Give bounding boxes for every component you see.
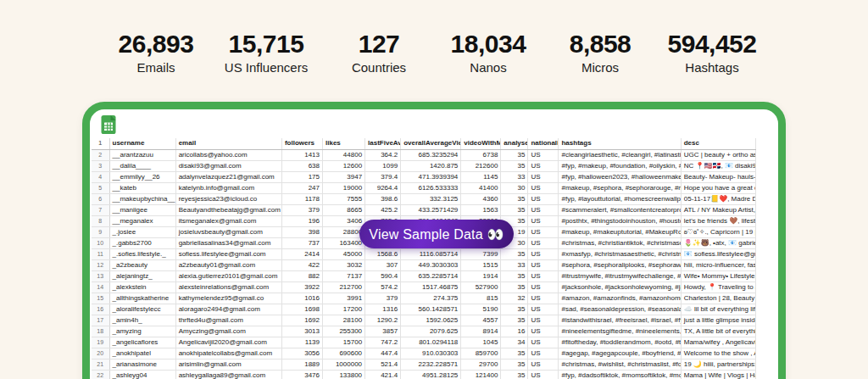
cell-desc[interactable]: Mama/wifey , Angelicavijil2020@ xyxy=(681,337,755,348)
cell-likes[interactable]: 133800 xyxy=(322,370,364,379)
row-number[interactable]: 11 xyxy=(92,248,109,259)
cell-lastfiveavera[interactable]: 1290.2 xyxy=(365,315,401,326)
cell-username[interactable]: __makeupbychina__ xyxy=(109,193,175,204)
cell-lastfiveavera[interactable]: 1099 xyxy=(365,160,401,171)
cell-desc[interactable]: just a little glimpse inside my brai xyxy=(681,315,755,326)
cell-followers[interactable]: 3476 xyxy=(281,370,322,379)
row-number[interactable]: 9 xyxy=(92,226,109,237)
cell-overallaverageview[interactable]: 560.1428571 xyxy=(401,304,461,315)
cell-followers[interactable]: 422 xyxy=(281,259,322,270)
cell-analyse[interactable]: 35 xyxy=(501,281,528,293)
cell-followers[interactable]: 1178 xyxy=(281,193,322,204)
cell-username[interactable]: _alexkstein xyxy=(109,281,175,293)
cell-desc[interactable]: hiii, micro-influencer, fashion • be xyxy=(681,259,755,270)
cell-likes[interactable]: 45000 xyxy=(322,248,364,259)
row-number[interactable]: 3 xyxy=(92,160,109,171)
cell-nationality[interactable]: US xyxy=(528,326,559,337)
cell-email[interactable]: anokhipatelcollabs@gmail.com xyxy=(175,348,281,359)
cell-analyse[interactable]: 35 xyxy=(501,348,528,359)
cell-desc[interactable]: Charleston | 28, Beauty | Lifestyle xyxy=(681,293,755,304)
cell-username[interactable]: _amyzing xyxy=(109,326,175,337)
cell-hashtags[interactable]: #fyp, #layouttutorial, #homescreenwallpa xyxy=(559,193,681,204)
cell-overallaverageview[interactable]: 635.2285714 xyxy=(401,270,461,281)
cell-overallaverageview[interactable]: 685.3235294 xyxy=(401,149,461,160)
cell-followers[interactable]: 3013 xyxy=(281,326,322,337)
cell-desc[interactable]: Wife• Mommy• Lifestyle, 📧 alexi xyxy=(681,270,755,281)
cell-followers[interactable]: 3056 xyxy=(281,348,322,359)
cell-desc[interactable]: Beauty- Makeup- hauls- 🍷 1:11⏰ xyxy=(681,171,755,182)
cell-likes[interactable]: 3406 xyxy=(322,215,364,226)
row-number[interactable]: 6 xyxy=(92,193,109,204)
cell-desc[interactable]: NC 📍🇺🇸🇩🇴, 📧 disaki93@gmail.c xyxy=(681,160,755,171)
cell-email[interactable]: katelynb.info@gmail.com xyxy=(175,182,281,193)
row-number[interactable]: 18 xyxy=(92,326,109,337)
cell-username[interactable]: _ashleyg04 xyxy=(109,370,175,379)
cell-hashtags[interactable]: #fyp, #dadsoftiktok, #momsoftiktok, #mor xyxy=(559,370,681,379)
column-header-videowithm[interactable]: videoWithM xyxy=(461,138,501,149)
cell-analyse[interactable]: 35 xyxy=(501,270,528,281)
cell-lastfiveavera[interactable]: 747.2 xyxy=(365,337,401,348)
cell-videowithm[interactable]: 41400 xyxy=(461,182,501,193)
cell-desc[interactable]: TX, A little bit of everything, Amy xyxy=(681,326,755,337)
cell-overallaverageview[interactable]: 801.0294118 xyxy=(401,337,461,348)
cell-desc[interactable]: 05-11-17📒❤️, Madre De Dos Prin xyxy=(681,193,755,204)
cell-nationality[interactable]: US xyxy=(528,248,559,259)
cell-username[interactable]: _anokhipatel xyxy=(109,348,175,359)
cell-videowithm[interactable]: 121400 xyxy=(461,370,501,379)
cell-lastfiveavera[interactable]: 590.4 xyxy=(365,270,401,281)
cell-likes[interactable]: 28800 xyxy=(322,226,364,237)
cell-likes[interactable]: 7137 xyxy=(322,270,364,281)
row-number[interactable]: 4 xyxy=(92,171,109,182)
cell-nationality[interactable]: US xyxy=(528,359,559,370)
cell-overallaverageview[interactable]: 6126.533333 xyxy=(401,182,461,193)
column-header-username[interactable]: username xyxy=(109,138,175,149)
cell-likes[interactable]: 690600 xyxy=(322,348,364,359)
row-number[interactable]: 22 xyxy=(92,370,109,379)
row-number[interactable]: 12 xyxy=(92,259,109,270)
cell-email[interactable]: reyesjessica23@icloud.co xyxy=(175,193,281,204)
cell-likes[interactable]: 212700 xyxy=(322,281,364,293)
cell-lastfiveavera[interactable]: 425.2 xyxy=(365,204,401,215)
cell-hashtags[interactable]: #fyp, #makeup, #foundation, #oilyskin, #… xyxy=(559,160,681,171)
column-header-desc[interactable]: desc xyxy=(681,138,755,149)
cell-nationality[interactable]: US xyxy=(528,348,559,359)
cell-username[interactable]: _arianasimone xyxy=(109,359,175,370)
cell-username[interactable]: _.sofies.lifestyle._ xyxy=(109,248,175,259)
cell-username[interactable]: _angelicaflores xyxy=(109,337,175,348)
row-number[interactable]: 1 xyxy=(92,138,109,149)
cell-hashtags[interactable]: #xmasfyp, #christmasaesthetic, #christma xyxy=(559,248,681,259)
row-number[interactable]: 10 xyxy=(92,237,109,248)
cell-email[interactable]: Beautyandthebeatajg@gmail.com xyxy=(175,204,281,215)
cell-desc[interactable]: ATL / NY Makeup Artist, Beauty C xyxy=(681,204,755,215)
cell-likes[interactable]: 3947 xyxy=(322,171,364,182)
cell-lastfiveavera[interactable]: 379 xyxy=(365,293,401,304)
cell-lastfiveavera[interactable]: 447.4 xyxy=(365,348,401,359)
cell-overallaverageview[interactable]: 1420.875 xyxy=(401,160,461,171)
cell-followers[interactable]: 1698 xyxy=(281,304,322,315)
cell-email[interactable]: kathymelendez95@gmail.co xyxy=(175,293,281,304)
cell-username[interactable]: __dalila____ xyxy=(109,160,175,171)
cell-hashtags[interactable]: #fitoftheday, #toddlerandmom, #ootd, #to xyxy=(559,337,681,348)
cell-followers[interactable]: 196 xyxy=(281,215,322,226)
cell-analyse[interactable]: 32 xyxy=(501,293,528,304)
cell-email[interactable]: arisimlin@gmail.com xyxy=(175,359,281,370)
cell-analyse[interactable]: 33 xyxy=(501,171,528,182)
cell-email[interactable]: alexia.gutierrez0101@gmail.com xyxy=(175,270,281,281)
cell-nationality[interactable]: US xyxy=(528,204,559,215)
cell-analyse[interactable]: 35 xyxy=(501,193,528,204)
cell-likes[interactable]: 19000 xyxy=(322,182,364,193)
cell-nationality[interactable]: US xyxy=(528,193,559,204)
cell-desc[interactable]: ☁️ lil bit of everything lifestyle ☁️, xyxy=(681,304,755,315)
cell-overallaverageview[interactable]: 1592.0625 xyxy=(401,315,461,326)
cell-videowithm[interactable]: 5190 xyxy=(461,304,501,315)
cell-analyse[interactable]: 35 xyxy=(501,304,528,315)
cell-lastfiveavera[interactable]: 3857 xyxy=(365,326,401,337)
cell-username[interactable]: __meganalex xyxy=(109,215,175,226)
cell-nationality[interactable]: US xyxy=(528,337,559,348)
cell-email[interactable]: josieluvsbeauty@gmail.com xyxy=(175,226,281,237)
cell-followers[interactable]: 1889 xyxy=(281,359,322,370)
cell-username[interactable]: _aloralifestylecc xyxy=(109,304,175,315)
row-number[interactable]: 20 xyxy=(92,348,109,359)
row-number[interactable]: 16 xyxy=(92,304,109,315)
cell-hashtags[interactable]: #scammeralert, #smallcontentcreatorprot xyxy=(559,204,681,215)
